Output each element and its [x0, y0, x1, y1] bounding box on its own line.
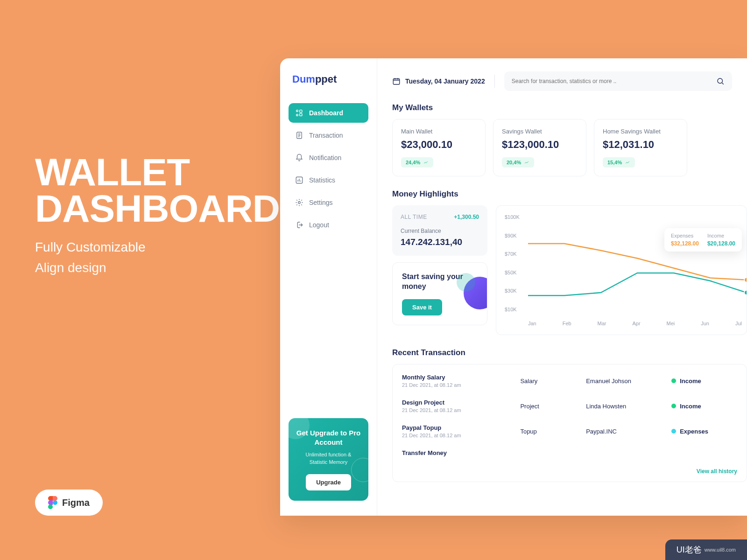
topbar: Tuesday, 04 January 2022	[392, 71, 747, 91]
tx-title: Design Project	[402, 399, 520, 406]
highlights-heading: Money Highlights	[392, 189, 747, 199]
watermark: UI老爸 www.uil8.com	[665, 539, 747, 560]
svg-rect-3	[300, 113, 302, 116]
app-window: Dumppet DashboardTransactionNotification…	[280, 58, 747, 516]
highlights-left: ALL TIME +1,300.50 Current Balance 147.2…	[392, 205, 487, 335]
svg-point-0	[296, 110, 298, 112]
tx-title: Monthly Salary	[402, 374, 520, 381]
chart-y-axis: $100K$90K$70K$50K$30K$10K	[505, 214, 524, 312]
wallet-amount: $23,000.10	[401, 139, 477, 151]
wallet-name: Main Wallet	[401, 128, 477, 135]
sidebar-item-label: Statistics	[309, 176, 335, 184]
logout-icon	[295, 221, 303, 229]
alltime-value: +1,300.50	[454, 214, 479, 220]
upgrade-card: Get Upgrade to Pro Account Unlimited fun…	[289, 418, 368, 501]
tx-date: 21 Dec 2021, at 08.12 am	[402, 433, 520, 438]
tx-date: 21 Dec 2021, at 08.12 am	[402, 382, 520, 388]
wallet-card[interactable]: Savings Wallet$123,000.1020,4%	[493, 119, 586, 176]
figma-icon	[48, 496, 57, 509]
balance-value: 147.242.131,40	[401, 237, 479, 247]
svg-point-1	[296, 114, 298, 116]
highlights-row: ALL TIME +1,300.50 Current Balance 147.2…	[392, 205, 747, 335]
sidebar-nav: DashboardTransactionNotificationStatisti…	[289, 103, 368, 238]
svg-rect-7	[393, 79, 400, 84]
transactions-heading: Recent Transaction	[392, 348, 747, 357]
divider	[494, 75, 495, 88]
sidebar-item-label: Logout	[309, 221, 329, 229]
table-row[interactable]: Monthly Salary21 Dec 2021, at 08.12 amSa…	[393, 368, 747, 393]
svg-point-10	[744, 290, 747, 295]
sidebar-item-notification[interactable]: Notification	[289, 148, 368, 168]
search-input[interactable]	[512, 78, 716, 84]
svg-point-9	[744, 278, 747, 282]
sidebar: Dumppet DashboardTransactionNotification…	[280, 58, 377, 516]
balance-card: ALL TIME +1,300.50 Current Balance 147.2…	[392, 205, 487, 256]
table-row[interactable]: Transfer Money	[393, 444, 747, 462]
wallet-trend: 24,4%	[401, 157, 433, 168]
calendar-icon	[392, 77, 401, 85]
wallet-name: Home Savings Wallet	[603, 128, 678, 135]
main-content: Tuesday, 04 January 2022 My Wallets Main…	[377, 58, 747, 516]
transaction-list: Monthly Salary21 Dec 2021, at 08.12 amSa…	[392, 364, 747, 482]
brand-logo: Dumppet	[289, 73, 368, 85]
tx-type: Income	[671, 403, 737, 410]
table-row[interactable]: Design Project21 Dec 2021, at 08.12 amPr…	[393, 393, 747, 419]
promo-sub1: Fully Customizable	[35, 240, 280, 255]
tx-person: Linda Howsten	[586, 403, 671, 410]
tx-date: 21 Dec 2021, at 08.12 am	[402, 407, 520, 413]
sidebar-item-dashboard[interactable]: Dashboard	[289, 103, 368, 123]
balance-label: Current Balance	[401, 228, 479, 234]
svg-point-6	[298, 202, 301, 204]
search-box[interactable]	[504, 71, 732, 91]
promo-title: WALLETDASHBOARD	[35, 154, 280, 227]
table-row[interactable]: Paypal Topup21 Dec 2021, at 08.12 amTopu…	[393, 419, 747, 444]
chart-tooltip: Expenses $32,128.00 Income $20,128.00	[664, 228, 742, 252]
save-title: Start saving your money	[402, 272, 478, 292]
tx-person: Emanuel Johson	[586, 378, 671, 385]
promo-sub2: Align design	[35, 260, 280, 275]
chart-icon	[295, 176, 303, 184]
wallet-amount: $123,000.10	[502, 139, 578, 151]
wallet-card[interactable]: Home Savings Wallet$12,031.1015,4%	[594, 119, 687, 176]
tx-category: Salary	[520, 378, 586, 385]
wallet-name: Savings Wallet	[502, 128, 578, 135]
svg-rect-2	[300, 110, 302, 112]
date-display: Tuesday, 04 January 2022	[392, 77, 485, 85]
view-all-link[interactable]: View all history	[697, 468, 737, 475]
tx-category: Topup	[520, 428, 586, 435]
tx-person: Paypal.INC	[586, 428, 671, 435]
upgrade-button[interactable]: Upgrade	[306, 474, 351, 490]
sidebar-item-label: Transaction	[309, 132, 343, 139]
promo-block: WALLETDASHBOARD Fully Customizable Align…	[35, 154, 280, 275]
sidebar-item-label: Dashboard	[309, 109, 343, 117]
search-icon	[716, 77, 725, 85]
wallet-card[interactable]: Main Wallet$23,000.1024,4%	[392, 119, 486, 176]
tx-category: Project	[520, 403, 586, 410]
upgrade-subtitle: Unlimited function & Statistic Memory	[296, 451, 361, 466]
tx-type: Expenses	[671, 428, 737, 435]
tx-title: Paypal Topup	[402, 424, 520, 431]
status-dot	[671, 404, 676, 408]
chart-x-axis: JanFebMarAprMeiJunJul	[528, 321, 742, 326]
status-dot	[671, 429, 676, 434]
wallet-amount: $12,031.10	[603, 139, 678, 151]
figma-badge: Figma	[35, 490, 103, 516]
svg-point-8	[718, 78, 723, 84]
grid-icon	[295, 109, 303, 117]
status-dot	[671, 378, 676, 383]
receipt-icon	[295, 131, 303, 140]
wallets-row: Main Wallet$23,000.1024,4% Savings Walle…	[392, 119, 747, 176]
sidebar-item-logout[interactable]: Logout	[289, 215, 368, 235]
sidebar-item-transaction[interactable]: Transaction	[289, 126, 368, 145]
sidebar-item-label: Notification	[309, 154, 341, 161]
sidebar-item-statistics[interactable]: Statistics	[289, 170, 368, 190]
save-card: Start saving your money Save it	[392, 262, 487, 325]
alltime-label: ALL TIME	[401, 214, 427, 220]
save-button[interactable]: Save it	[402, 299, 442, 315]
wallet-trend: 20,4%	[502, 157, 534, 168]
gear-icon	[295, 198, 303, 207]
tx-title: Transfer Money	[402, 449, 520, 456]
wallet-trend: 15,4%	[603, 157, 635, 168]
tx-type: Income	[671, 378, 737, 385]
sidebar-item-settings[interactable]: Settings	[289, 193, 368, 212]
